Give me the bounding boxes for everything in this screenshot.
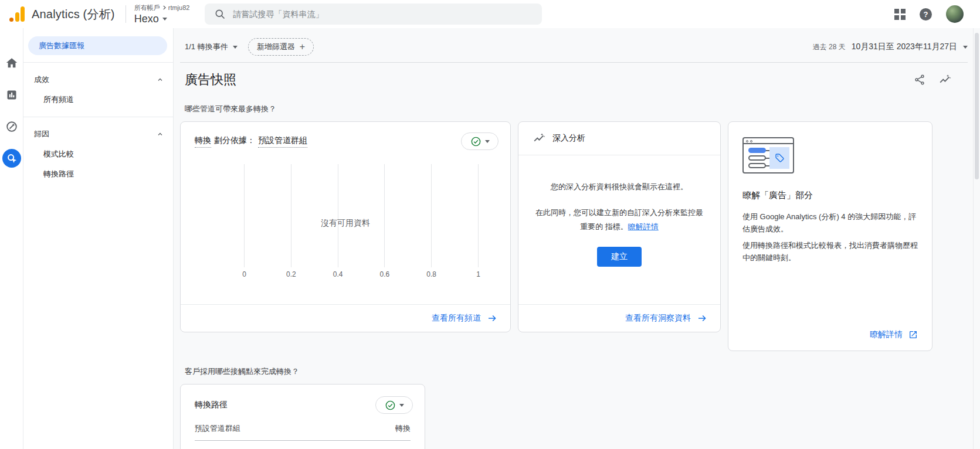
learn-more-link[interactable]: 瞭解詳情 xyxy=(628,222,659,231)
topbar-divider xyxy=(126,5,126,23)
dimension-selector[interactable]: 預設管道群組 xyxy=(258,135,307,148)
insights-message-1: 您的深入分析資料很快就會顯示在這裡。 xyxy=(534,180,705,194)
chevron-down-icon xyxy=(963,46,968,49)
conversion-events-dropdown[interactable]: 1/1 轉換事件 xyxy=(180,42,238,52)
share-icon[interactable] xyxy=(914,74,925,86)
x-tick: 0.8 xyxy=(426,270,436,278)
sidebar-section-performance[interactable]: 成效 xyxy=(23,70,173,90)
x-tick: 0.2 xyxy=(286,270,296,278)
view-all-insights-link[interactable]: 查看所有洞察資料 xyxy=(625,313,707,324)
app-title: Analytics (分析) xyxy=(32,6,115,22)
chart-title: 轉換 劃分依據： 預設管道群組 xyxy=(195,135,307,148)
plus-icon: + xyxy=(300,42,305,52)
create-button[interactable]: 建立 xyxy=(597,247,642,267)
insights-card: 深入分析 您的深入分析資料很快就會顯示在這裡。 在此同時，您可以建立新的自訂深入… xyxy=(518,121,721,332)
search-input[interactable] xyxy=(233,9,533,19)
table-header-row: 預設管道群組 轉換 xyxy=(195,423,411,441)
x-tick: 0 xyxy=(242,270,246,278)
bar-chart-area: 0 0.2 0.4 0.6 0.8 1 沒有可用資料 xyxy=(244,164,479,304)
breadcrumb-root: 所有帳戶 xyxy=(134,4,160,12)
column-dimension: 預設管道群組 xyxy=(195,423,240,434)
explore-icon[interactable] xyxy=(2,117,21,136)
logo-area: Analytics (分析) xyxy=(0,6,115,22)
home-icon[interactable] xyxy=(2,54,21,73)
user-avatar[interactable] xyxy=(946,5,964,23)
date-range-label: 過去 28 天 xyxy=(813,42,846,52)
x-tick: 0.4 xyxy=(333,270,343,278)
learn-card-title: 瞭解「廣告」部分 xyxy=(742,190,918,201)
table-empty-message: 目前沒有任何資料 xyxy=(181,441,425,449)
top-bar: Analytics (分析) 所有帳戶 rtmju82 Hexo ? xyxy=(0,0,980,28)
app-window: Analytics (分析) 所有帳戶 rtmju82 Hexo ? xyxy=(0,0,980,449)
property-selector[interactable]: 所有帳戶 rtmju82 Hexo xyxy=(134,4,190,25)
chevron-right-icon xyxy=(161,5,167,11)
insights-icon[interactable] xyxy=(938,73,951,86)
filter-bar: 1/1 轉換事件 新增篩選器 + 過去 28 天 10月31日至 2023年11… xyxy=(180,36,968,58)
sidebar-section-attribution[interactable]: 歸因 xyxy=(23,124,173,144)
sidebar-item-model-comparison[interactable]: 模式比較 xyxy=(23,144,173,164)
data-quality-dropdown[interactable] xyxy=(375,396,413,414)
search-icon xyxy=(214,8,226,20)
browser-tag-illustration xyxy=(742,137,794,174)
add-filter-button[interactable]: 新增篩選器 + xyxy=(248,38,314,56)
breadcrumb-account: rtmju82 xyxy=(168,4,190,11)
data-quality-dropdown[interactable] xyxy=(461,132,499,150)
scrollbar-track xyxy=(973,28,980,449)
insights-message-2: 在此同時，您可以建立新的自訂深入分析來監控最重要的 指標。 xyxy=(535,208,703,231)
scrollbar-thumb[interactable] xyxy=(975,33,979,179)
view-all-channels-link[interactable]: 查看所有頻道 xyxy=(432,313,497,324)
metric-selector[interactable]: 轉換 xyxy=(195,135,211,148)
question-channels: 哪些管道可帶來最多轉換？ xyxy=(180,104,968,114)
chevron-down-icon xyxy=(485,140,490,143)
apps-grid-icon[interactable] xyxy=(894,9,906,20)
reports-icon[interactable] xyxy=(2,86,21,104)
insights-icon xyxy=(533,132,545,145)
arrow-right-icon xyxy=(487,313,497,324)
nav-rail xyxy=(0,28,23,449)
question-touchpoints: 客戶採用哪些接觸點來完成轉換？ xyxy=(180,366,968,377)
search-box[interactable] xyxy=(205,4,542,25)
column-metric: 轉換 xyxy=(395,423,411,434)
chevron-down-icon xyxy=(233,46,238,49)
main-content: 1/1 轉換事件 新增篩選器 + 過去 28 天 10月31日至 2023年11… xyxy=(174,28,980,449)
conversion-paths-title: 轉換路徑 xyxy=(195,400,228,410)
chevron-down-icon xyxy=(399,404,404,407)
property-name: Hexo xyxy=(134,13,159,25)
report-sidebar: 廣告數據匯報 成效 所有頻道 歸因 模式比較 轉換路徑 xyxy=(23,28,174,449)
check-circle-icon xyxy=(470,136,481,147)
insights-card-title: 深入分析 xyxy=(552,133,585,144)
arrow-right-icon xyxy=(697,313,707,324)
date-range-value: 10月31日至 2023年11月27日 xyxy=(852,42,957,52)
sidebar-item-all-channels[interactable]: 所有頻道 xyxy=(23,90,173,110)
x-tick: 0.6 xyxy=(380,270,390,278)
tag-icon xyxy=(775,153,785,163)
topbar-actions: ? xyxy=(894,5,980,23)
header-divider xyxy=(180,62,968,63)
conversion-paths-card: 轉換路徑 預設管道群組 轉換 目前沒有任何資料 xyxy=(180,384,425,449)
sidebar-item-conversion-paths[interactable]: 轉換路徑 xyxy=(23,164,173,184)
date-range-picker[interactable]: 過去 28 天 10月31日至 2023年11月27日 xyxy=(813,42,968,52)
account-breadcrumb: 所有帳戶 rtmju82 xyxy=(134,4,190,12)
chart-empty-message: 沒有可用資料 xyxy=(181,218,510,229)
learn-more-external-link[interactable]: 瞭解詳情 xyxy=(870,329,918,340)
sidebar-item-advertising-snapshot[interactable]: 廣告數據匯報 xyxy=(28,36,167,55)
title-row: 廣告快照 xyxy=(180,71,968,89)
chevron-down-icon xyxy=(162,18,167,21)
learn-paragraph-2: 使用轉換路徑和模式比較報表，找出消費者購物歷程中的關鍵時刻。 xyxy=(742,239,918,264)
sidebar-divider xyxy=(23,62,173,63)
chart-plot: 0 0.2 0.4 0.6 0.8 1 xyxy=(244,164,479,267)
learn-paragraph-1: 使用 Google Analytics (分析) 4 的強大歸因功能，評估廣告成… xyxy=(742,210,918,236)
conversions-chart-card: 轉換 劃分依據： 預設管道群組 0 0.2 0.4 xyxy=(180,121,511,332)
advertising-icon[interactable] xyxy=(2,149,21,168)
x-tick: 1 xyxy=(476,270,480,278)
sidebar-divider xyxy=(23,117,173,117)
learn-advertising-card: 瞭解「廣告」部分 使用 Google Analytics (分析) 4 的強大歸… xyxy=(728,121,932,351)
cards-row: 轉換 劃分依據： 預設管道群組 0 0.2 0.4 xyxy=(180,121,968,351)
page-title: 廣告快照 xyxy=(180,71,236,89)
google-analytics-logo-icon xyxy=(9,6,25,22)
chevron-up-icon xyxy=(157,131,164,138)
open-in-new-icon xyxy=(908,330,918,339)
help-icon[interactable]: ? xyxy=(920,8,932,21)
check-circle-icon xyxy=(385,400,396,411)
chevron-up-icon xyxy=(157,76,164,83)
